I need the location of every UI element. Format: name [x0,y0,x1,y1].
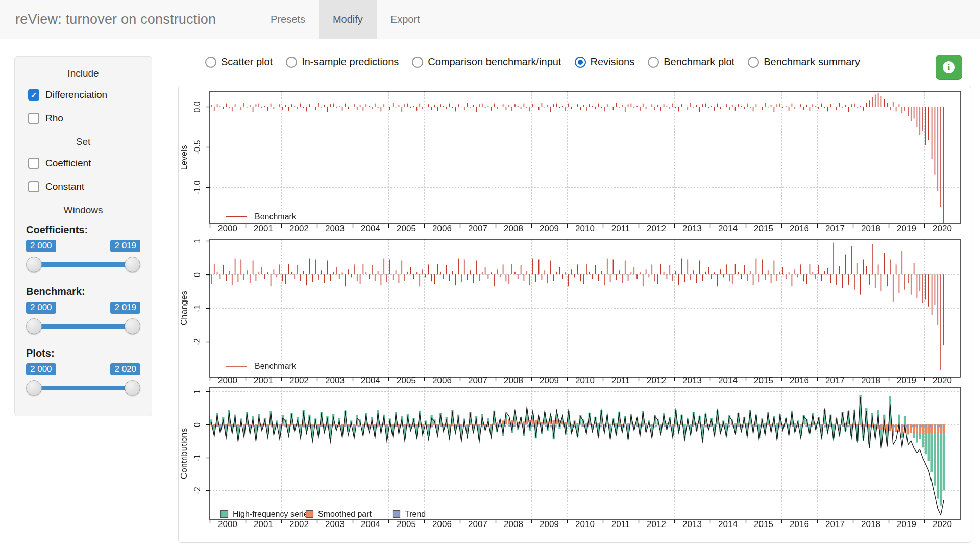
slider-from-value: 2 000 [26,302,56,314]
contributions-chart [179,386,971,530]
checkbox-differenciation[interactable]: ✓ Differenciation [28,89,141,101]
slider-coefficients: 2 000 2 019 [26,240,140,278]
checkbox-box[interactable]: ✓ [28,181,39,192]
nav-tabs: Presets Modify Export [257,0,434,39]
options-sidebar: Include ✓ Differenciation ✓ Rho Set ✓ Co… [14,56,152,416]
radio-scatter-plot[interactable]: Scatter plot [205,56,273,68]
info-button[interactable]: i [936,55,962,80]
slider-track[interactable] [29,262,137,267]
checkbox-constant[interactable]: ✓ Constant [28,181,141,192]
include-header: Include [25,68,141,79]
radio-icon [412,57,423,68]
radio-label: Comparison benchmark/input [428,56,561,68]
checkbox-label: Coefficient [45,158,91,169]
slider-benchmark: 2 000 2 019 [26,302,140,339]
windows-header: Windows [25,205,141,216]
radio-icon [205,57,216,68]
app-window: { "header": { "title": "reView: turnover… [0,0,980,551]
radio-icon [575,57,586,68]
radio-benchmark-summary[interactable]: Benchmark summary [748,56,860,68]
revisions-plot-card [178,86,971,543]
radio-revisions[interactable]: Revisions [575,56,635,68]
slider-handle-to[interactable] [125,318,140,334]
slider-track[interactable] [29,386,137,390]
checkbox-coefficient[interactable]: ✓ Coefficient [28,158,141,169]
slider-to-value: 2 019 [110,240,140,252]
slider-handle-from[interactable] [26,257,42,272]
slider-handle-to[interactable] [125,380,140,396]
slider-to-value: 2 019 [110,302,140,314]
tab-export[interactable]: Export [377,0,434,39]
slider-from-value: 2 000 [26,363,56,375]
radio-icon [648,57,659,68]
radio-icon [748,57,759,68]
checkbox-label: Constant [45,181,84,192]
radio-label: Scatter plot [221,56,273,68]
slider-track[interactable] [29,324,137,329]
radio-benchmark-plot[interactable]: Benchmark plot [648,56,734,68]
checkbox-box[interactable]: ✓ [28,158,39,169]
tab-modify[interactable]: Modify [319,0,377,39]
checkbox-label: Rho [45,113,63,124]
checkbox-rho[interactable]: ✓ Rho [28,113,141,124]
radio-label: Benchmark summary [764,56,860,68]
radio-label: Revisions [591,56,635,68]
checkbox-box[interactable]: ✓ [28,113,39,124]
checkbox-box[interactable]: ✓ [28,89,39,101]
tab-presets[interactable]: Presets [257,0,319,39]
top-navbar: reView: turnover on construction Presets… [0,0,980,39]
radio-comparison-benchmark-input[interactable]: Comparison benchmark/input [412,56,561,68]
app-title: reView: turnover on construction [15,12,216,28]
tab-label: Presets [271,14,305,26]
radio-label: In-sample predictions [302,56,399,68]
radio-label: Benchmark plot [664,56,734,68]
slider-title-plots: Plots: [26,347,141,359]
info-icon: i [943,61,955,73]
plot-type-selector: Scatter plot In-sample predictions Compa… [205,56,873,68]
radio-in-sample-predictions[interactable]: In-sample predictions [286,56,399,68]
radio-icon [286,57,297,68]
tab-label: Modify [333,14,363,26]
slider-title-benchmark: Benchmark: [26,286,141,297]
tab-label: Export [390,14,420,26]
slider-to-value: 2 020 [110,363,140,375]
slider-handle-to[interactable] [125,257,140,272]
slider-handle-from[interactable] [26,318,42,334]
slider-from-value: 2 000 [26,240,56,252]
check-icon: ✓ [31,91,37,99]
slider-handle-from[interactable] [26,380,42,396]
changes-chart [179,238,971,386]
set-header: Set [25,136,141,147]
slider-title-coefficients: Coefficients: [26,224,141,236]
levels-chart [179,90,971,235]
checkbox-label: Differenciation [45,89,107,101]
slider-plots: 2 000 2 020 [26,363,140,401]
